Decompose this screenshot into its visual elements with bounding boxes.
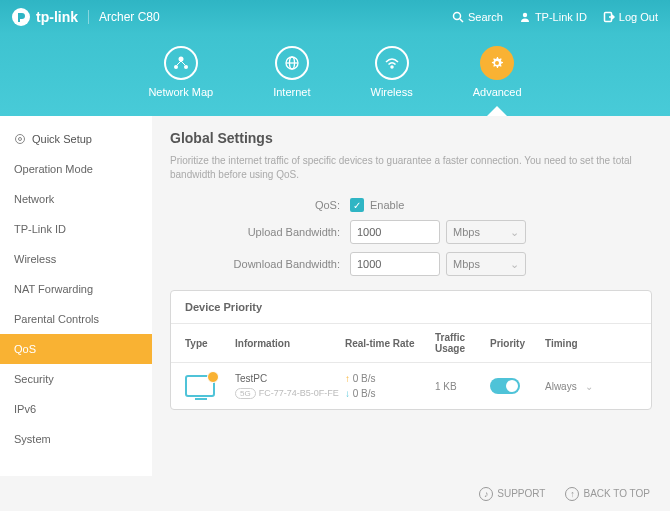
arrow-up-icon: ↑ bbox=[565, 487, 579, 501]
rate-cell: ↑ 0 B/s ↓ 0 B/s bbox=[345, 373, 435, 399]
wifi-icon bbox=[375, 46, 409, 80]
table-header: Type Information Real-time Rate Traffic … bbox=[171, 324, 651, 363]
select-value: Mbps bbox=[453, 226, 480, 238]
svg-point-2 bbox=[523, 13, 527, 17]
panel-title: Device Priority bbox=[171, 291, 651, 324]
upload-label: Upload Bandwidth: bbox=[170, 226, 350, 238]
timing-value: Always bbox=[545, 381, 577, 392]
star-badge-icon bbox=[207, 371, 219, 383]
download-input[interactable] bbox=[350, 252, 440, 276]
download-row: Download Bandwidth: Mbps ⌄ bbox=[170, 252, 652, 276]
sidebar-item-quick-setup[interactable]: Quick Setup bbox=[0, 124, 152, 154]
nav-label: Advanced bbox=[473, 86, 522, 98]
col-type: Type bbox=[185, 338, 235, 349]
support-link[interactable]: ♪ SUPPORT bbox=[479, 487, 545, 501]
globe-icon bbox=[275, 46, 309, 80]
body: Quick Setup Operation Mode Network TP-Li… bbox=[0, 116, 670, 476]
device-name: TestPC bbox=[235, 373, 345, 384]
device-info-cell: TestPC 5GFC-77-74-B5-0F-FE bbox=[235, 373, 345, 399]
top-nav: Network Map Internet Wireless Advanced bbox=[0, 34, 670, 116]
svg-point-12 bbox=[391, 66, 393, 68]
logo-icon bbox=[12, 8, 30, 26]
nav-advanced[interactable]: Advanced bbox=[473, 46, 522, 116]
svg-point-6 bbox=[184, 65, 188, 69]
logout-icon bbox=[603, 11, 615, 23]
sidebar-item-operation-mode[interactable]: Operation Mode bbox=[0, 154, 152, 184]
arrow-up-icon: ↑ bbox=[345, 373, 350, 384]
qos-checkbox[interactable]: ✓ bbox=[350, 198, 364, 212]
tplink-id-label: TP-Link ID bbox=[535, 11, 587, 23]
logout-label: Log Out bbox=[619, 11, 658, 23]
network-map-icon bbox=[164, 46, 198, 80]
sidebar-item-security[interactable]: Security bbox=[0, 364, 152, 394]
support-label: SUPPORT bbox=[497, 488, 545, 499]
nav-network-map[interactable]: Network Map bbox=[148, 46, 213, 116]
logout-link[interactable]: Log Out bbox=[603, 11, 658, 23]
sidebar-label: System bbox=[14, 433, 51, 445]
download-unit-select[interactable]: Mbps ⌄ bbox=[446, 252, 526, 276]
sidebar-label: NAT Forwarding bbox=[14, 283, 93, 295]
chevron-down-icon: ⌄ bbox=[585, 381, 593, 392]
svg-point-5 bbox=[174, 65, 178, 69]
up-rate: 0 B/s bbox=[353, 373, 376, 384]
arrow-down-icon: ↓ bbox=[345, 388, 350, 399]
sidebar: Quick Setup Operation Mode Network TP-Li… bbox=[0, 116, 152, 476]
gear-icon bbox=[480, 46, 514, 80]
sidebar-label: IPv6 bbox=[14, 403, 36, 415]
backtop-label: BACK TO TOP bbox=[583, 488, 650, 499]
back-to-top-link[interactable]: ↑ BACK TO TOP bbox=[565, 487, 650, 501]
support-icon: ♪ bbox=[479, 487, 493, 501]
col-usage: Traffic Usage bbox=[435, 332, 490, 354]
sidebar-item-wireless[interactable]: Wireless bbox=[0, 244, 152, 274]
qos-row: QoS: ✓ Enable bbox=[170, 198, 652, 212]
col-timing: Timing bbox=[545, 338, 615, 349]
upload-input[interactable] bbox=[350, 220, 440, 244]
device-priority-panel: Device Priority Type Information Real-ti… bbox=[170, 290, 652, 410]
header-bar: tp-link Archer C80 Search TP-Link ID Log… bbox=[0, 0, 670, 34]
sidebar-item-system[interactable]: System bbox=[0, 424, 152, 454]
nav-internet[interactable]: Internet bbox=[273, 46, 310, 116]
priority-cell bbox=[490, 378, 545, 394]
svg-point-15 bbox=[19, 138, 22, 141]
sidebar-label: Parental Controls bbox=[14, 313, 99, 325]
content-area: Global Settings Prioritize the internet … bbox=[152, 116, 670, 476]
timing-cell[interactable]: Always ⌄ bbox=[545, 381, 615, 392]
svg-point-13 bbox=[495, 61, 499, 65]
sidebar-item-ipv6[interactable]: IPv6 bbox=[0, 394, 152, 424]
sidebar-item-nat-forwarding[interactable]: NAT Forwarding bbox=[0, 274, 152, 304]
nav-wireless[interactable]: Wireless bbox=[371, 46, 413, 116]
sidebar-item-tplink-id[interactable]: TP-Link ID bbox=[0, 214, 152, 244]
brand-logo: tp-link bbox=[12, 8, 78, 26]
sidebar-item-parental-controls[interactable]: Parental Controls bbox=[0, 304, 152, 334]
search-link[interactable]: Search bbox=[452, 11, 503, 23]
mac-text: FC-77-74-B5-0F-FE bbox=[259, 388, 339, 398]
device-mac: 5GFC-77-74-B5-0F-FE bbox=[235, 388, 345, 399]
upload-unit-select[interactable]: Mbps ⌄ bbox=[446, 220, 526, 244]
svg-point-0 bbox=[454, 13, 461, 20]
svg-line-7 bbox=[177, 61, 181, 65]
search-label: Search bbox=[468, 11, 503, 23]
upload-row: Upload Bandwidth: Mbps ⌄ bbox=[170, 220, 652, 244]
nav-label: Wireless bbox=[371, 86, 413, 98]
sidebar-item-network[interactable]: Network bbox=[0, 184, 152, 214]
svg-line-1 bbox=[460, 19, 463, 22]
nav-label: Internet bbox=[273, 86, 310, 98]
sidebar-label: Wireless bbox=[14, 253, 56, 265]
chevron-down-icon: ⌄ bbox=[510, 226, 519, 239]
priority-toggle[interactable] bbox=[490, 378, 520, 394]
search-icon bbox=[452, 11, 464, 23]
gear-icon bbox=[14, 133, 26, 145]
header-actions: Search TP-Link ID Log Out bbox=[452, 11, 658, 23]
svg-point-4 bbox=[178, 57, 183, 62]
svg-line-8 bbox=[181, 61, 185, 65]
select-value: Mbps bbox=[453, 258, 480, 270]
tplink-id-link[interactable]: TP-Link ID bbox=[519, 11, 587, 23]
device-type-cell bbox=[185, 375, 235, 397]
sidebar-label: QoS bbox=[14, 343, 36, 355]
nav-label: Network Map bbox=[148, 86, 213, 98]
footer: ♪ SUPPORT ↑ BACK TO TOP bbox=[0, 476, 670, 511]
user-icon bbox=[519, 11, 531, 23]
svg-point-14 bbox=[16, 135, 25, 144]
down-rate: 0 B/s bbox=[353, 388, 376, 399]
sidebar-item-qos[interactable]: QoS bbox=[0, 334, 152, 364]
